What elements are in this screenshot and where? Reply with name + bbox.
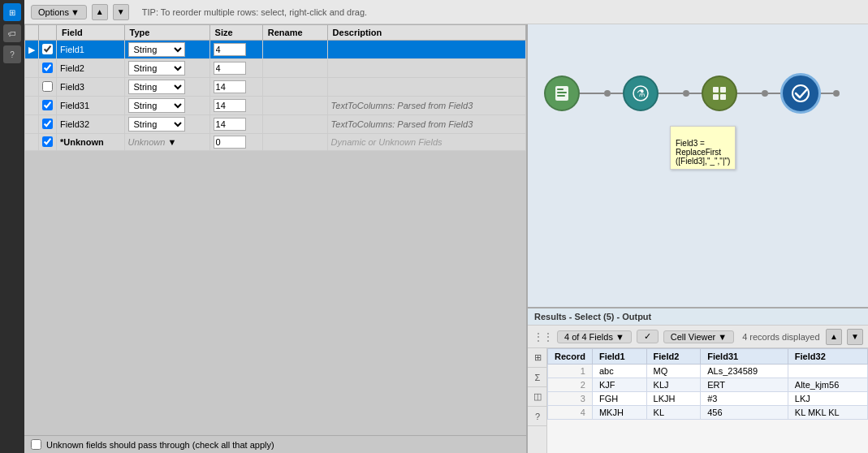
type-select-0[interactable]: String xyxy=(128,42,185,57)
input-node[interactable] xyxy=(544,76,580,111)
row-checkbox-cell-4[interactable] xyxy=(39,115,57,134)
row-arrow-1 xyxy=(25,59,39,78)
field-rename-5[interactable] xyxy=(262,134,327,151)
sidebar-tag-icon[interactable]: 🏷 xyxy=(3,24,21,42)
row-checkbox-cell-0[interactable] xyxy=(39,41,57,59)
move-up-button[interactable]: ▲ xyxy=(92,4,108,20)
results-col-field32[interactable]: Field32 xyxy=(788,349,867,365)
field-checkbox-5[interactable] xyxy=(42,136,53,147)
field-checkbox-3[interactable] xyxy=(42,100,53,110)
tip-text: TIP: To reorder multiple rows: select, r… xyxy=(142,7,367,17)
row-checkbox-cell-1[interactable] xyxy=(39,59,57,78)
question-icon[interactable]: ? xyxy=(528,407,547,426)
field-size-0[interactable] xyxy=(209,41,262,59)
connector-1 xyxy=(580,93,604,94)
viewer-selector-button[interactable]: Cell Viewer ▼ xyxy=(663,330,734,343)
field-checkbox-0[interactable] xyxy=(42,44,53,54)
results-up-button[interactable]: ▲ xyxy=(826,329,842,345)
select-node[interactable] xyxy=(702,76,737,111)
sidebar: ⊞ 🏷 ? xyxy=(0,0,24,453)
move-down-button[interactable]: ▼ xyxy=(113,4,129,20)
size-input-2[interactable] xyxy=(214,80,246,93)
formula-node[interactable]: ⚗ xyxy=(623,76,659,111)
results-col-field31[interactable]: Field31 xyxy=(701,349,788,365)
unknown-type-label: Unknown xyxy=(128,137,166,147)
type-select-3[interactable]: String xyxy=(128,98,185,113)
table-row: 3FGHLKJH#3LKJ xyxy=(548,392,868,406)
size-input-5[interactable] xyxy=(214,136,246,149)
sidebar-help-icon[interactable]: ? xyxy=(3,45,21,63)
type-select-2[interactable]: String xyxy=(128,80,185,94)
field-checkbox-4[interactable] xyxy=(42,119,53,129)
results-down-button[interactable]: ▼ xyxy=(847,329,863,345)
toolbar: Options ▼ ▲ ▼ TIP: To reorder multiple r… xyxy=(24,0,868,24)
row-number-1: 2 xyxy=(548,378,593,392)
results-col-field2[interactable]: Field2 xyxy=(646,349,701,365)
field-type-3[interactable]: String xyxy=(124,97,209,115)
cell-3-3: KL MKL KL xyxy=(788,406,867,420)
field-size-2[interactable] xyxy=(209,78,262,97)
results-panel: Results - Select (5) - Output ⋮⋮ 4 of 4 … xyxy=(528,307,868,453)
field-size-5[interactable] xyxy=(209,134,262,151)
formula-tooltip: Field3 = ReplaceFirst ([Field3],"_","|") xyxy=(670,126,736,170)
field-rename-3[interactable] xyxy=(262,97,327,115)
field-name-5: *Unknown xyxy=(57,134,125,151)
cell-1-0: KJF xyxy=(592,378,646,392)
svg-rect-2 xyxy=(557,92,567,93)
field-name-1: Field2 xyxy=(57,59,125,78)
row-checkbox-cell-2[interactable] xyxy=(39,78,57,97)
connector-dot-1 xyxy=(604,90,611,97)
results-header: Results - Select (5) - Output xyxy=(528,308,868,326)
field-table: Field Type Size Rename Description ▶Fiel… xyxy=(24,24,526,151)
browse-node[interactable] xyxy=(780,73,821,114)
row-checkbox-cell-3[interactable] xyxy=(39,97,57,115)
field-type-0[interactable]: String xyxy=(124,41,209,59)
sigma-icon[interactable]: Σ xyxy=(528,368,547,387)
field-type-2[interactable]: String xyxy=(124,78,209,97)
field-type-5[interactable]: Unknown ▼ xyxy=(124,134,209,151)
size-input-0[interactable] xyxy=(214,43,246,56)
size-input-3[interactable] xyxy=(214,99,246,112)
cell-2-1: LKJH xyxy=(646,392,701,406)
field-rename-2[interactable] xyxy=(262,78,327,97)
connector-dot-4 xyxy=(833,90,840,97)
row-number-0: 1 xyxy=(548,365,593,378)
field-size-4[interactable] xyxy=(209,115,262,134)
field-rename-1[interactable] xyxy=(262,59,327,78)
sidebar-select-icon[interactable]: ⊞ xyxy=(3,3,21,21)
size-input-1[interactable] xyxy=(214,62,246,75)
row-number-2: 3 xyxy=(548,392,593,406)
field-size-3[interactable] xyxy=(209,97,262,115)
results-col-record[interactable]: Record xyxy=(548,349,593,365)
field-desc-4: TextToColumns: Parsed from Field3 xyxy=(327,115,525,134)
row-checkbox-cell-5[interactable] xyxy=(39,134,57,151)
field-size-1[interactable] xyxy=(209,59,262,78)
size-input-4[interactable] xyxy=(214,118,246,131)
field-checkbox-1[interactable] xyxy=(42,63,53,73)
profile-icon[interactable]: ◫ xyxy=(528,387,547,407)
options-button[interactable]: Options ▼ xyxy=(31,5,87,19)
check-button[interactable]: ✓ xyxy=(637,330,659,343)
unknown-passthrough-checkbox[interactable] xyxy=(31,439,41,450)
field-type-1[interactable]: String xyxy=(124,59,209,78)
field-checkbox-2[interactable] xyxy=(42,81,53,92)
cell-0-3 xyxy=(788,365,867,378)
results-body: ⊞ Σ ◫ ? RecordField1Field2Field31Field32… xyxy=(528,348,868,453)
table-view-icon[interactable]: ⊞ xyxy=(528,348,547,368)
results-col-field1[interactable]: Field1 xyxy=(592,349,646,365)
fields-selector-button[interactable]: 4 of 4 Fields ▼ xyxy=(557,330,632,343)
cell-1-2: ERT xyxy=(701,378,788,392)
cell-2-2: #3 xyxy=(701,392,788,406)
type-select-4[interactable]: String xyxy=(128,117,185,132)
viewer-label: Cell Viewer xyxy=(671,332,715,342)
connector-2b xyxy=(689,93,702,94)
formula-node-circle: ⚗ xyxy=(623,76,659,111)
field-rename-4[interactable] xyxy=(262,115,327,134)
field-rename-0[interactable] xyxy=(262,41,327,59)
cell-3-0: MKJH xyxy=(592,406,646,420)
col-type: Type xyxy=(124,25,209,41)
table-row: 4MKJHKL456KL MKL KL xyxy=(548,406,868,420)
col-check xyxy=(39,25,57,41)
type-select-1[interactable]: String xyxy=(128,61,185,76)
field-type-4[interactable]: String xyxy=(124,115,209,134)
